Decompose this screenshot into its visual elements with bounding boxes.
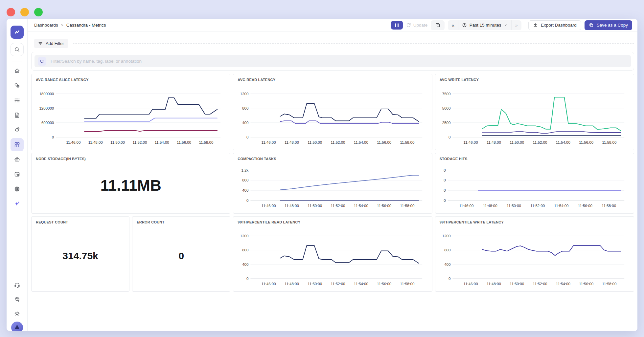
breadcrumb-dashboards[interactable]: Dashboards (34, 23, 58, 28)
headset-icon (14, 282, 20, 288)
panel-error-count: ERROR COUNT 0 (132, 216, 230, 292)
export-dashboard-button[interactable]: Export Dashboard (528, 20, 581, 30)
svg-text:11:52:00: 11:52:00 (530, 204, 545, 208)
sidebar-item-billing[interactable] (11, 182, 24, 196)
sidebar-item-alerts[interactable] (11, 123, 24, 137)
sidebar-item-home[interactable] (11, 64, 24, 77)
counts-row: REQUEST COUNT 314.75k ERROR COUNT 0 (31, 216, 230, 292)
svg-text:800: 800 (242, 106, 249, 110)
user-avatar[interactable] (11, 322, 23, 331)
svg-text:11:56:00: 11:56:00 (377, 204, 392, 208)
error-count-value: 0 (137, 224, 226, 288)
sidebar-bottom (11, 278, 24, 331)
sidebar-item-ai-features[interactable] (11, 197, 24, 210)
svg-text:11:46:00: 11:46:00 (463, 140, 478, 144)
svg-text:11:56:00: 11:56:00 (177, 140, 191, 144)
panel-title: AVG RANGE SLICE LATENCY (36, 78, 226, 82)
p99-write-latency-chart[interactable]: 1200800400011:46:0011:48:0011:50:0011:52… (440, 225, 630, 288)
sidebar-search-button[interactable] (11, 43, 24, 56)
svg-text:400: 400 (242, 121, 249, 125)
panel-filter-input[interactable] (51, 59, 628, 64)
panel-request-count: REQUEST COUNT 314.75k (31, 216, 129, 292)
svg-text:11:50:00: 11:50:00 (110, 140, 125, 144)
node-storage-value: 11.11MB (36, 161, 226, 210)
update-label: Update (413, 23, 428, 28)
sidebar-divider (12, 61, 22, 61)
copy-dashboard-link-button[interactable] (431, 20, 445, 30)
svg-text:11:54:00: 11:54:00 (155, 140, 169, 144)
svg-text:11:54:00: 11:54:00 (354, 140, 368, 144)
svg-text:1200000: 1200000 (39, 106, 54, 110)
panel-title: AVG WRITE LATENCY (440, 78, 630, 82)
chevron-down-icon (504, 23, 508, 27)
svg-text:11:48:00: 11:48:00 (483, 204, 497, 208)
panels-grid: AVG RANGE SLICE LATENCY 1800000120000060… (31, 74, 634, 292)
filter-icon (38, 41, 43, 46)
panel-avg-range-slice-latency: AVG RANGE SLICE LATENCY 1800000120000060… (31, 74, 230, 150)
svg-text:11:56:00: 11:56:00 (377, 282, 392, 286)
svg-text:11:50:00: 11:50:00 (308, 204, 322, 208)
svg-text:1200: 1200 (240, 234, 249, 238)
sidebar-item-support[interactable] (11, 278, 24, 291)
svg-text:800: 800 (242, 178, 249, 182)
svg-text:800: 800 (242, 248, 249, 252)
sidebar-item-integrations[interactable] (11, 293, 24, 306)
avg-write-latency-chart[interactable]: 750050002500011:46:0011:48:0011:50:0011:… (440, 82, 630, 146)
clock-icon (462, 23, 467, 28)
app-window: Dashboards > Cassandra - Metrics Update … (7, 19, 637, 331)
svg-text:11:58:00: 11:58:00 (602, 204, 616, 208)
panel-title: STORAGE HITS (440, 157, 630, 161)
sidebar-item-logs[interactable] (11, 109, 24, 122)
sidebar-item-infra-monitoring[interactable] (11, 168, 24, 181)
svg-text:400: 400 (242, 263, 249, 266)
panel-title: ERROR COUNT (137, 220, 226, 224)
sidebar-item-services[interactable] (11, 79, 24, 92)
svg-text:1200: 1200 (240, 92, 249, 96)
panel-title: REQUEST COUNT (36, 220, 125, 224)
pause-icon (395, 23, 399, 27)
request-count-value: 314.75k (36, 224, 125, 288)
svg-text:11:52:00: 11:52:00 (533, 282, 547, 286)
sidebar-item-dashboards[interactable] (11, 138, 24, 151)
svg-text:400: 400 (444, 263, 450, 266)
svg-text:11:54:00: 11:54:00 (554, 204, 568, 208)
pause-refresh-button[interactable] (391, 21, 403, 30)
maximize-window-button[interactable] (34, 8, 43, 16)
minimize-window-button[interactable] (20, 8, 29, 16)
chip-icon (14, 186, 20, 192)
update-button[interactable]: Update (406, 23, 428, 28)
close-window-button[interactable] (7, 8, 15, 16)
avatar-glyph-icon (14, 324, 20, 331)
svg-text:400: 400 (242, 188, 249, 192)
breadcrumb-separator: > (61, 23, 63, 28)
svg-text:800: 800 (444, 248, 450, 252)
p99-read-latency-chart[interactable]: 1200800400011:46:0011:48:0011:50:0011:52… (238, 225, 427, 288)
time-range-selector[interactable]: Past 15 minutes (458, 20, 511, 30)
signoz-logo[interactable] (11, 26, 24, 39)
svg-text:11:52:00: 11:52:00 (331, 204, 345, 208)
storage-hits-chart[interactable]: 000-011:46:0011:48:0011:50:0011:52:0011:… (440, 161, 630, 210)
window-controls (7, 8, 43, 16)
svg-text:11:50:00: 11:50:00 (308, 282, 322, 286)
svg-text:11:58:00: 11:58:00 (602, 140, 616, 144)
avg-read-latency-chart[interactable]: 1200800400011:46:0011:48:0011:50:0011:52… (238, 82, 427, 146)
topbar: Dashboards > Cassandra - Metrics Update … (28, 19, 637, 32)
compaction-tasks-chart[interactable]: 1.2k800400011:46:0011:48:0011:50:0011:52… (238, 161, 427, 210)
panel-title: 99THPERCENTILE READ LATENCY (238, 220, 427, 224)
variables-card (31, 52, 634, 71)
svg-text:11:46:00: 11:46:00 (262, 282, 276, 286)
sidebar-item-messaging-queues[interactable] (11, 153, 24, 166)
avg-range-slice-latency-chart[interactable]: 18000001200000600000011:46:0011:48:0011:… (36, 82, 226, 146)
svg-text:0: 0 (448, 277, 450, 281)
save-as-copy-button[interactable]: Save as a Copy (585, 20, 632, 30)
main-area: Dashboards > Cassandra - Metrics Update … (28, 19, 637, 331)
svg-text:0: 0 (444, 168, 446, 172)
sidebar-item-pipelines[interactable] (11, 94, 24, 107)
add-filter-button[interactable]: Add Filter (34, 39, 68, 48)
svg-text:-0: -0 (442, 199, 446, 202)
svg-text:11:46:00: 11:46:00 (262, 140, 276, 144)
breadcrumb: Dashboards > Cassandra - Metrics (34, 23, 106, 28)
sidebar-item-settings[interactable] (11, 307, 24, 320)
time-range-back-button[interactable]: « (448, 20, 458, 30)
time-range-forward-button[interactable]: » (511, 20, 521, 30)
